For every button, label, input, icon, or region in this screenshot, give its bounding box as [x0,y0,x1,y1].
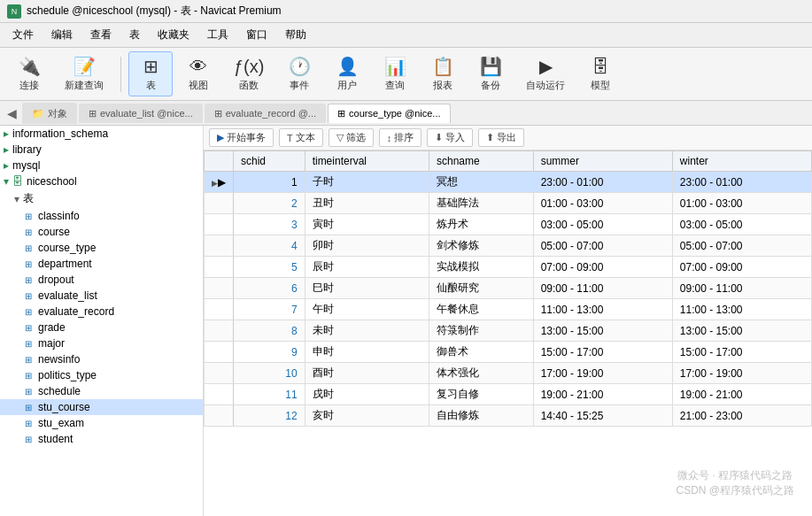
table-row[interactable]: 11戌时复习自修19:00 - 21:0019:00 - 21:00 [205,384,812,405]
sidebar-table-stu_course[interactable]: ⊞stu_course [0,399,203,415]
sidebar-item-niceschool[interactable]: ▾🗄niceschool [0,173,203,189]
cell-summer[interactable]: 23:00 - 01:00 [533,172,672,193]
cell-schid[interactable]: 9 [234,342,305,363]
cell-timeinterval[interactable]: 戌时 [305,384,429,405]
table-row[interactable]: 5辰时实战模拟07:00 - 09:0007:00 - 09:00 [205,257,812,278]
sidebar-item-mysql[interactable]: ▸mysql [0,158,203,173]
sidebar-table-stu_exam[interactable]: ⊞stu_exam [0,415,203,431]
cell-timeinterval[interactable]: 巳时 [305,278,429,299]
tab-course_type-@nice...[interactable]: ⊞course_type @nice... [328,104,451,123]
col-header-schid[interactable]: schid [234,151,305,172]
cell-summer[interactable]: 01:00 - 03:00 [533,193,672,214]
tab-nav-left[interactable]: ◀ [4,106,20,120]
cell-timeinterval[interactable]: 亥时 [305,405,429,427]
toolbar-btn-connect[interactable]: 🔌连接 [7,51,51,96]
cell-timeinterval[interactable]: 未时 [305,320,429,342]
cell-schname[interactable]: 复习自修 [429,384,533,405]
action-btn-text[interactable]: T文本 [279,128,323,147]
menu-item-帮助[interactable]: 帮助 [276,25,315,45]
cell-winter[interactable]: 13:00 - 15:00 [672,320,811,342]
table-row[interactable]: 7午时午餐休息11:00 - 13:0011:00 - 13:00 [205,299,812,320]
col-header-timeinterval[interactable]: timeinterval [305,151,429,172]
menu-item-工具[interactable]: 工具 [198,25,237,45]
cell-schid[interactable]: 11 [234,384,305,405]
table-row[interactable]: 10酉时体术强化17:00 - 19:0017:00 - 19:00 [205,363,812,384]
table-row[interactable]: 4卯时剑术修炼05:00 - 07:0005:00 - 07:00 [205,235,812,257]
cell-schid[interactable]: 1 [234,172,305,193]
cell-summer[interactable]: 03:00 - 05:00 [533,214,672,235]
action-btn-sort[interactable]: ↕排序 [379,128,422,147]
cell-summer[interactable]: 15:00 - 17:00 [533,342,672,363]
sidebar-table-course_type[interactable]: ⊞course_type [0,240,203,256]
sidebar-item-library[interactable]: ▸library [0,142,203,158]
cell-schid[interactable]: 8 [234,320,305,342]
col-header-schname[interactable]: schname [429,151,533,172]
action-btn-import[interactable]: ⬇导入 [427,128,473,147]
cell-winter[interactable]: 07:00 - 09:00 [672,257,811,278]
toolbar-btn-table[interactable]: ⊞表 [128,51,173,96]
cell-summer[interactable]: 13:00 - 15:00 [533,320,672,342]
cell-schid[interactable]: 7 [234,299,305,320]
cell-winter[interactable]: 05:00 - 07:00 [672,235,811,257]
cell-schname[interactable]: 剑术修炼 [429,235,533,257]
sidebar-item-information_schema[interactable]: ▸information_schema [0,126,203,142]
sidebar-folder-biao[interactable]: ▾表 [0,189,203,208]
sidebar-table-classinfo[interactable]: ⊞classinfo [0,208,203,224]
cell-schname[interactable]: 基础阵法 [429,193,533,214]
cell-schname[interactable]: 仙酿研究 [429,278,533,299]
table-row[interactable]: 9申时御兽术15:00 - 17:0015:00 - 17:00 [205,342,812,363]
sidebar-table-major[interactable]: ⊞major [0,335,203,351]
cell-timeinterval[interactable]: 申时 [305,342,429,363]
cell-summer[interactable]: 19:00 - 21:00 [533,384,672,405]
table-row[interactable]: 6巳时仙酿研究09:00 - 11:0009:00 - 11:00 [205,278,812,299]
cell-summer[interactable]: 07:00 - 09:00 [533,257,672,278]
toolbar-btn-function[interactable]: ƒ(x)函数 [224,52,274,96]
action-btn-begin-transaction[interactable]: ▶开始事务 [209,128,274,147]
table-row[interactable]: ▶1子时冥想23:00 - 01:0023:00 - 01:00 [205,172,812,193]
cell-schname[interactable]: 午餐休息 [429,299,533,320]
toolbar-btn-view[interactable]: 👁视图 [176,52,220,96]
toolbar-btn-query[interactable]: 📊查询 [373,51,417,96]
sidebar-table-evaluate_list[interactable]: ⊞evaluate_list [0,288,203,304]
cell-timeinterval[interactable]: 丑时 [305,193,429,214]
table-container[interactable]: schidtimeintervalschnamesummerwinter▶1子时… [204,150,812,516]
sidebar-table-student[interactable]: ⊞student [0,431,203,447]
toolbar-btn-autorun[interactable]: ▶自动运行 [516,51,575,96]
cell-summer[interactable]: 09:00 - 11:00 [533,278,672,299]
menu-item-查看[interactable]: 查看 [81,25,120,45]
cell-schid[interactable]: 6 [234,278,305,299]
table-row[interactable]: 8未时符箓制作13:00 - 15:0013:00 - 15:00 [205,320,812,342]
cell-winter[interactable]: 19:00 - 21:00 [672,384,811,405]
cell-schname[interactable]: 御兽术 [429,342,533,363]
cell-schid[interactable]: 3 [234,214,305,235]
tab-对象[interactable]: 📁对象 [22,103,77,124]
cell-winter[interactable]: 11:00 - 13:00 [672,299,811,320]
sidebar-table-dropout[interactable]: ⊞dropout [0,272,203,288]
sidebar-table-course[interactable]: ⊞course [0,224,203,240]
cell-winter[interactable]: 17:00 - 19:00 [672,363,811,384]
sidebar-table-department[interactable]: ⊞department [0,256,203,272]
table-row[interactable]: 2丑时基础阵法01:00 - 03:0001:00 - 03:00 [205,193,812,214]
sidebar-table-grade[interactable]: ⊞grade [0,320,203,335]
cell-schid[interactable]: 10 [234,363,305,384]
cell-winter[interactable]: 21:00 - 23:00 [672,405,811,427]
cell-timeinterval[interactable]: 寅时 [305,214,429,235]
sidebar-table-schedule[interactable]: ⊞schedule [0,383,203,399]
toolbar-btn-backup[interactable]: 💾备份 [468,51,513,96]
cell-schid[interactable]: 4 [234,235,305,257]
cell-schname[interactable]: 自由修炼 [429,405,533,427]
cell-schname[interactable]: 符箓制作 [429,320,533,342]
cell-summer[interactable]: 17:00 - 19:00 [533,363,672,384]
action-btn-export[interactable]: ⬆导出 [478,128,524,147]
cell-schname[interactable]: 冥想 [429,172,533,193]
sidebar-table-evaluate_record[interactable]: ⊞evaluate_record [0,304,203,320]
cell-winter[interactable]: 09:00 - 11:00 [672,278,811,299]
cell-timeinterval[interactable]: 酉时 [305,363,429,384]
menu-item-窗口[interactable]: 窗口 [237,25,276,45]
toolbar-btn-model[interactable]: 🗄模型 [578,52,623,96]
menu-item-收藏夹[interactable]: 收藏夹 [149,25,198,45]
sidebar-table-newsinfo[interactable]: ⊞newsinfo [0,351,203,367]
cell-summer[interactable]: 14:40 - 15:25 [533,405,672,427]
cell-winter[interactable]: 15:00 - 17:00 [672,342,811,363]
action-btn-filter[interactable]: ▽筛选 [329,128,374,147]
